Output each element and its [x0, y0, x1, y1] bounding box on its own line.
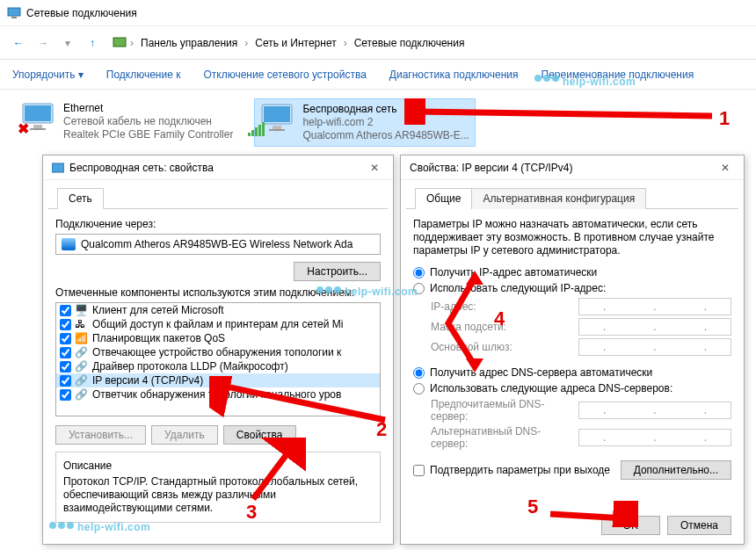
dialog-title: Беспроводная сеть: свойства: [69, 162, 214, 174]
checkbox[interactable]: [60, 305, 71, 316]
close-button[interactable]: ✕: [365, 162, 384, 174]
checkbox[interactable]: [60, 361, 71, 373]
connection-name: Ethernet: [63, 102, 233, 115]
connection-device: Qualcomm Atheros AR9485WB-E...: [302, 129, 469, 142]
rename-link[interactable]: Переименование подключения: [542, 69, 694, 81]
radio-ip-manual[interactable]: Использовать следующий IP-адрес:: [413, 282, 731, 294]
tab-general[interactable]: Общие: [415, 188, 472, 209]
back-button[interactable]: ←: [7, 32, 30, 54]
adapter-icon: [52, 162, 64, 174]
checkbox[interactable]: [60, 389, 71, 401]
list-item[interactable]: 🔗Драйвер протокола LLDP (Майкрософт): [56, 359, 380, 373]
close-button[interactable]: ✕: [716, 162, 735, 174]
ethernet-icon: ✖: [21, 102, 56, 135]
forward-button[interactable]: →: [32, 32, 55, 54]
checkbox[interactable]: [60, 347, 71, 358]
dns1-label: Предпочитаемый DNS-сервер:: [431, 398, 571, 423]
configure-button[interactable]: Настроить...: [294, 262, 381, 281]
dns1-field: ...: [578, 402, 731, 419]
breadcrumb-mid[interactable]: Сеть и Интернет: [251, 37, 339, 49]
properties-button[interactable]: Свойства: [223, 425, 296, 445]
svg-rect-10: [269, 129, 285, 131]
checkbox[interactable]: [60, 375, 71, 387]
components-label: Отмеченные компоненты используются этим …: [55, 286, 381, 299]
radio-ip-auto[interactable]: Получить IP-адрес автоматически: [413, 266, 731, 279]
protocol-icon: 🔗: [75, 346, 89, 358]
svg-rect-8: [264, 106, 290, 122]
install-button[interactable]: Установить...: [55, 425, 146, 445]
list-item[interactable]: 🖥️Клиент для сетей Microsoft: [56, 303, 380, 317]
connection-ethernet[interactable]: ✖ Ethernet Сетевой кабель не подключен R…: [16, 98, 238, 147]
disable-device-link[interactable]: Отключение сетевого устройства: [203, 69, 366, 81]
network-icon: [7, 6, 21, 20]
checkbox[interactable]: [60, 319, 71, 330]
ipv4-properties-dialog: Свойства: IP версии 4 (TCP/IPv4) ✕ Общие…: [400, 155, 745, 545]
list-item[interactable]: 🔗Отвечающее устройство обнаружения топол…: [56, 345, 380, 359]
protocol-icon: 🔗: [75, 374, 89, 387]
diagnose-link[interactable]: Диагностика подключения: [389, 69, 519, 81]
remove-button[interactable]: Удалить: [151, 425, 218, 445]
qos-icon: 📶: [75, 332, 89, 344]
description-title: Описание: [63, 460, 373, 472]
connect-to-link[interactable]: Подключение к: [106, 69, 181, 81]
svg-rect-6: [30, 128, 46, 130]
confirm-checkbox[interactable]: Подтвердить параметры при выходе Дополни…: [413, 460, 731, 480]
dialog-tabs: Общие Альтернативная конфигурация: [406, 180, 738, 209]
recent-button[interactable]: ▾: [56, 32, 79, 54]
breadcrumb[interactable]: › Панель управления › Сеть и Интернет › …: [113, 36, 468, 50]
intro-text: Параметры IP можно назначать автоматичес…: [413, 218, 731, 257]
nav-bar: ← → ▾ ↑ › Панель управления › Сеть и Инт…: [0, 26, 756, 60]
checkbox[interactable]: [60, 333, 71, 344]
list-item-ipv4[interactable]: 🔗IP версии 4 (TCP/IPv4): [56, 373, 380, 387]
list-item[interactable]: 📶Планировщик пакетов QoS: [56, 331, 380, 345]
list-item[interactable]: 🖧Общий доступ к файлам и принтерам для с…: [56, 317, 380, 331]
organize-menu[interactable]: Упорядочить ▾: [12, 69, 84, 81]
disconnected-icon: ✖: [18, 120, 29, 137]
tab-alternative[interactable]: Альтернативная конфигурация: [471, 188, 646, 209]
connect-via-label: Подключение через:: [55, 218, 381, 230]
annotation-1: 1: [719, 107, 730, 130]
mask-field: ...: [578, 318, 731, 336]
dialog-titlebar: Беспроводная сеть: свойства ✕: [43, 156, 393, 180]
nic-icon: [62, 238, 76, 250]
advanced-button[interactable]: Дополнительно...: [621, 460, 731, 480]
tab-network[interactable]: Сеть: [57, 188, 104, 209]
breadcrumb-root[interactable]: Панель управления: [137, 37, 241, 49]
connection-wifi[interactable]: Беспроводная сеть help-wifi.com 2 Qualco…: [254, 98, 475, 147]
dns2-field: ...: [578, 429, 731, 446]
cancel-button[interactable]: Отмена: [667, 516, 731, 535]
protocol-icon: 🔗: [75, 360, 89, 373]
svg-rect-4: [25, 105, 51, 121]
connection-name: Беспроводная сеть: [302, 103, 469, 116]
connection-status: Сетевой кабель не подключен: [63, 115, 233, 128]
protocol-icon: 🔗: [75, 388, 89, 401]
list-item[interactable]: 🔗Ответчик обнаружения топологии канально…: [56, 387, 380, 402]
svg-rect-5: [33, 125, 42, 128]
ip-address-field: ...: [578, 298, 731, 315]
breadcrumb-leaf[interactable]: Сетевые подключения: [351, 37, 469, 49]
window-title: Сетевые подключения: [26, 7, 137, 19]
svg-rect-11: [52, 163, 64, 172]
share-icon: 🖧: [75, 318, 89, 330]
svg-rect-2: [113, 38, 126, 47]
adapter-field: Qualcomm Atheros AR9485WB-EG Wireless Ne…: [55, 234, 381, 255]
connection-device: Realtek PCIe GBE Family Controller: [63, 128, 233, 141]
svg-rect-0: [8, 8, 20, 16]
wifi-icon: [260, 103, 295, 136]
gateway-label: Основной шлюз:: [431, 341, 571, 353]
up-button[interactable]: ↑: [81, 32, 104, 54]
components-list[interactable]: 🖥️Клиент для сетей Microsoft 🖧Общий дост…: [55, 302, 381, 416]
dialog-titlebar: Свойства: IP версии 4 (TCP/IPv4) ✕: [401, 156, 744, 180]
annotation-3: 3: [246, 501, 257, 524]
description-text: Протокол TCP/IP. Стандартный протокол гл…: [63, 475, 373, 515]
dialog-tabs: Сеть: [48, 180, 388, 209]
dialog-title: Свойства: IP версии 4 (TCP/IPv4): [410, 162, 573, 174]
svg-rect-9: [273, 126, 281, 129]
radio-dns-manual[interactable]: Использовать следующие адреса DNS-сервер…: [413, 382, 731, 394]
ok-button[interactable]: OK: [601, 516, 660, 535]
svg-rect-1: [11, 17, 17, 18]
signal-bars-icon: [248, 122, 265, 136]
dns2-label: Альтернативный DNS-сервер:: [431, 425, 571, 450]
radio-dns-auto[interactable]: Получить адрес DNS-сервера автоматически: [413, 366, 731, 379]
wifi-properties-dialog: Беспроводная сеть: свойства ✕ Сеть Подкл…: [42, 155, 394, 545]
